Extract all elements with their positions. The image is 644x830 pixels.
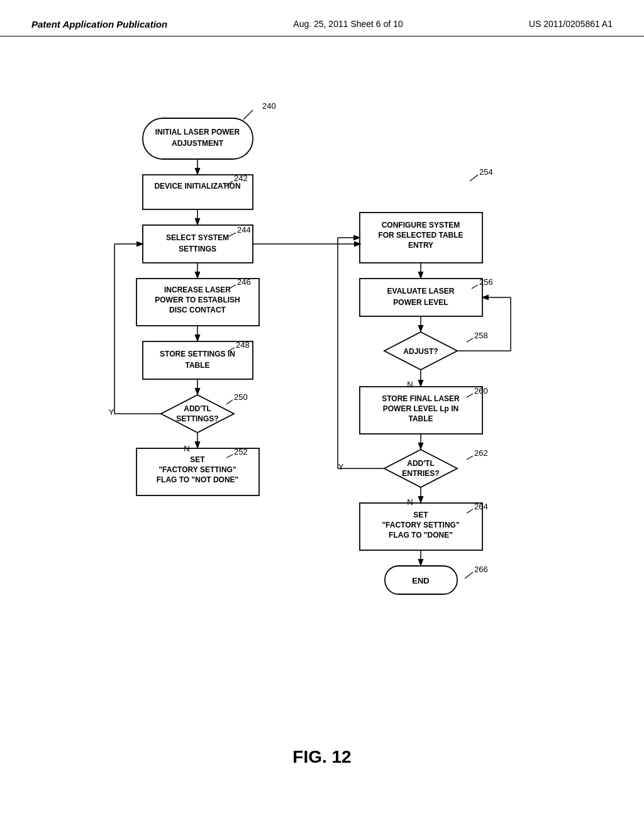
node-254-text2: FOR SELECTED TABLE	[378, 231, 463, 240]
svg-line-12	[467, 509, 473, 513]
node-252-text2: "FACTORY SETTING"	[158, 465, 236, 474]
node-242-text1: DEVICE INITIALIZATION	[154, 182, 240, 191]
node-248-text2: TABLE	[185, 361, 209, 370]
node-260-text1: STORE FINAL LASER	[382, 394, 460, 403]
ref-254: 254	[479, 167, 493, 177]
node-264-text1: SET	[413, 511, 428, 519]
node-266-text: END	[412, 576, 429, 585]
node-248-text1: STORE SETTINGS IN	[160, 350, 235, 358]
svg-line-11	[467, 456, 473, 460]
svg-line-0	[243, 110, 253, 119]
node-252-text3: FLAG TO "NOT DONE"	[157, 475, 239, 484]
node-262-text2: ENTRIES?	[402, 469, 439, 478]
ref-260: 260	[474, 386, 488, 396]
page: Patent Application Publication Aug. 25, …	[0, 0, 644, 830]
ref-258: 258	[474, 331, 488, 340]
svg-line-9	[467, 338, 473, 342]
node-258-text1: ADJUST?	[403, 347, 438, 356]
diagram-area: 240 INITIAL LASER POWER ADJUSTMENT 242 D…	[0, 36, 644, 780]
node-262	[384, 450, 457, 487]
node-244-text2: SETTINGS	[179, 245, 216, 253]
label-y-262: Y	[338, 462, 344, 472]
flowchart-svg: 240 INITIAL LASER POWER ADJUSTMENT 242 D…	[52, 49, 592, 741]
node-254-text1: CONFIGURE SYSTEM	[382, 221, 460, 230]
svg-line-8	[472, 285, 478, 289]
node-256-text2: POWER LEVEL	[393, 298, 448, 307]
figure-label: FIG. 12	[13, 747, 631, 767]
node-240-text2: ADJUSTMENT	[172, 139, 224, 148]
publication-label: Patent Application Publication	[31, 19, 167, 30]
svg-line-5	[226, 400, 233, 404]
svg-line-10	[467, 394, 473, 397]
node-264-text2: "FACTORY SETTING"	[382, 521, 459, 529]
node-244-text1: SELECT SYSTEM	[166, 233, 229, 242]
label-n-258: N	[407, 380, 413, 389]
label-y-250: Y	[109, 407, 114, 417]
svg-line-7	[470, 175, 478, 181]
node-244	[143, 225, 253, 263]
node-246-text2: POWER TO ESTABLISH	[155, 296, 240, 304]
node-256-text1: EVALUATE LASER	[387, 287, 455, 296]
ref-250: 250	[234, 392, 248, 402]
ref-266: 266	[474, 565, 488, 574]
node-254-text3: ENTRY	[408, 241, 433, 250]
node-246-text3: DISC CONTACT	[169, 306, 226, 314]
page-header: Patent Application Publication Aug. 25, …	[0, 0, 644, 36]
svg-line-2	[229, 233, 236, 236]
ref-240: 240	[262, 101, 276, 111]
node-250-text1: ADD'TL	[184, 404, 211, 413]
node-246-text1: INCREASE LASER	[164, 285, 231, 294]
svg-line-6	[226, 455, 233, 458]
node-256	[360, 279, 482, 316]
sheet-info: Aug. 25, 2011 Sheet 6 of 10	[293, 19, 402, 29]
node-240-text1: INITIAL LASER POWER	[155, 128, 240, 136]
node-264-text3: FLAG TO "DONE"	[389, 531, 453, 540]
ref-244: 244	[237, 225, 251, 235]
label-n-262: N	[407, 497, 413, 507]
svg-line-13	[465, 572, 473, 578]
node-252-text1: SET	[190, 455, 205, 464]
node-250	[161, 395, 234, 433]
node-260-text2: POWER LEVEL Lp IN	[383, 404, 458, 413]
patent-number: US 2011/0205861 A1	[529, 19, 613, 29]
node-260-text3: TABLE	[408, 414, 433, 423]
node-250-text2: SETTINGS?	[176, 414, 218, 423]
ref-262: 262	[474, 448, 488, 458]
node-262-text1: ADD'TL	[407, 459, 435, 468]
